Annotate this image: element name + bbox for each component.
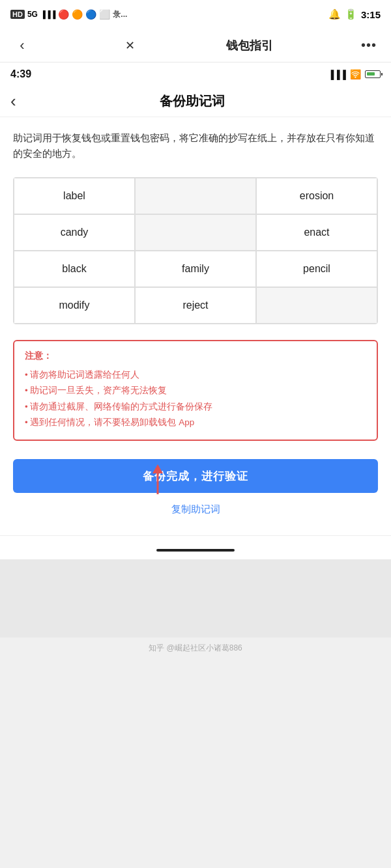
inner-time: 4:39 xyxy=(10,68,31,80)
mnemonic-cell-12 xyxy=(256,287,377,324)
inner-battery-icon xyxy=(365,70,381,78)
mnemonic-cell-2 xyxy=(135,178,256,214)
inner-nav-bar: ‹ 备份助记词 xyxy=(0,86,391,117)
app-more-icon: ••• xyxy=(361,38,377,53)
copy-mnemonic-link[interactable]: 复制助记词 xyxy=(13,503,378,516)
warning-item-3: • 请勿通过截屏、网络传输的方式进行备份保存 xyxy=(25,399,366,415)
mnemonic-cell-4: candy xyxy=(14,214,135,251)
mnemonic-cell-1: label xyxy=(14,178,135,214)
battery-outer: 🔋 xyxy=(345,8,357,20)
home-indicator xyxy=(156,549,235,552)
inner-nav-title: 备份助记词 xyxy=(24,92,361,110)
warning-item-4: • 遇到任何情况，请不要轻易卸载钱包 App xyxy=(25,415,366,430)
warning-title: 注意： xyxy=(25,350,366,362)
app-icon-3: ⬜ xyxy=(99,9,110,20)
mnemonic-grid: label erosion candy enact black family p xyxy=(13,177,378,324)
mnemonic-cell-5 xyxy=(135,214,256,251)
app-back-button[interactable]: ‹ xyxy=(10,34,34,57)
mnemonic-cell-6: enact xyxy=(256,214,377,251)
description-text: 助记词用于恢复钱包或重置钱包密码，将它准确的抄写在纸上，并存放在只有你知道的安全… xyxy=(13,130,378,161)
mnemonic-cell-7: black xyxy=(14,251,135,287)
bottom-bar xyxy=(0,535,391,559)
app-icon-2: 🔵 xyxy=(85,9,96,20)
mnemonic-cell-10: modify xyxy=(14,287,135,324)
inner-signal-icon: ▐▐▐ xyxy=(328,70,346,79)
app-icon-1: 🟠 xyxy=(72,9,83,20)
inner-wifi-icon: 🛜 xyxy=(350,69,361,79)
warning-item-2: • 助记词一旦丢失，资产将无法恢复 xyxy=(25,383,366,399)
main-content: 助记词用于恢复钱包或重置钱包密码，将它准确的抄写在纸上，并存放在只有你知道的安全… xyxy=(0,117,391,535)
hd-icon: HD xyxy=(10,10,25,19)
app-top-bar: ‹ ✕ 钱包指引 ••• xyxy=(0,29,391,63)
outer-background xyxy=(0,559,391,637)
app-close-icon: ✕ xyxy=(125,38,135,53)
inner-status-bar: 4:39 ▐▐▐ 🛜 xyxy=(0,63,391,86)
weibo-icon: 🔴 xyxy=(58,9,69,20)
app-close-button[interactable]: ✕ xyxy=(118,34,141,57)
mnemonic-cell-3: erosion xyxy=(256,178,377,214)
app-more-button[interactable]: ••• xyxy=(357,34,381,57)
outer-status-bar: HD 5G ▐▐▐ 🔴 🟠 🔵 ⬜ 彔... 🔔 🔋 3:15 xyxy=(0,0,391,29)
bell-icon: 🔔 xyxy=(328,8,341,20)
signal-strength: 5G xyxy=(27,10,38,19)
inner-back-icon: ‹ xyxy=(10,91,16,111)
inner-status-icons: ▐▐▐ 🛜 xyxy=(328,69,381,79)
confirm-button-wrapper: 备份完成，进行验证 xyxy=(13,459,378,493)
warning-item-1: • 请勿将助记词透露给任何人 xyxy=(25,367,366,383)
app-title: 钱包指引 xyxy=(226,38,273,53)
outer-status-left: HD 5G ▐▐▐ 🔴 🟠 🔵 ⬜ 彔... xyxy=(10,9,127,20)
app-back-icon: ‹ xyxy=(20,37,24,54)
outer-time: 3:15 xyxy=(361,9,381,20)
app-icon-4: 彔... xyxy=(113,9,127,20)
watermark: 知乎 @崛起社区小诸葛886 xyxy=(0,637,391,656)
mnemonic-cell-9: pencil xyxy=(256,251,377,287)
inner-screen: 4:39 ▐▐▐ 🛜 ‹ 备份助记词 助记词用于恢复钱包或重置钱包密码，将它准确… xyxy=(0,63,391,559)
inner-back-button[interactable]: ‹ xyxy=(10,91,16,111)
outer-status-right: 🔔 🔋 3:15 xyxy=(328,8,381,20)
mnemonic-cell-11: reject xyxy=(135,287,256,324)
signal-bars: ▐▐▐ xyxy=(40,10,55,18)
confirm-backup-button[interactable]: 备份完成，进行验证 xyxy=(13,459,378,493)
warning-box: 注意： • 请勿将助记词透露给任何人 • 助记词一旦丢失，资产将无法恢复 • 请… xyxy=(13,340,378,441)
mnemonic-cell-8: family xyxy=(135,251,256,287)
